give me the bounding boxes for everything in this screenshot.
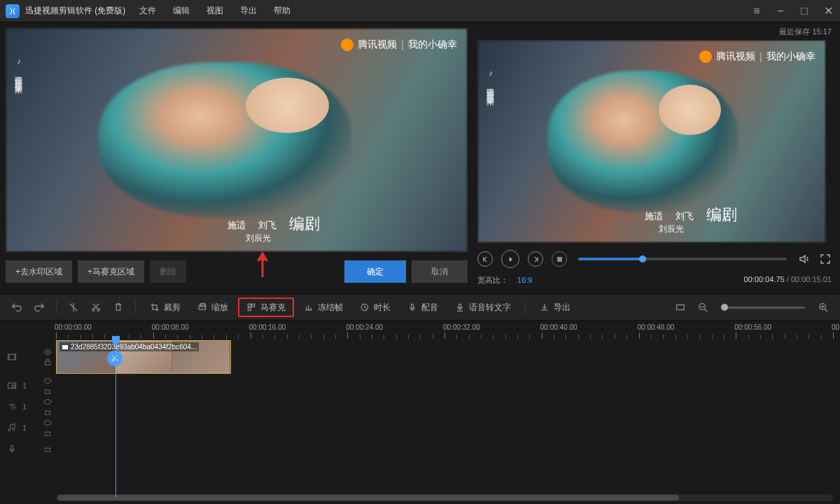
zoom-out-button[interactable] [693,298,713,317]
eye-icon[interactable] [43,398,52,406]
eye-icon[interactable] [43,419,52,427]
next-frame-button[interactable] [528,251,543,267]
video-track: 23d2885f3203e93ab04ba0434f2bc604... [0,339,840,375]
time-ruler[interactable]: 00:00:00.0000:00:08.0000:00:16.0000:00:2… [0,321,840,339]
aspect-value[interactable]: 16:9 [517,276,532,284]
progress-slider[interactable] [578,258,787,260]
video-clip[interactable]: 23d2885f3203e93ab04ba0434f2bc604... [56,340,231,374]
confirm-button[interactable]: 确定 [344,260,406,283]
lock-icon[interactable] [43,407,52,416]
credit-sub: 刘辰光 [246,232,271,244]
eye-icon[interactable] [43,377,52,385]
video-credits: 施适 刘飞 编剧 [227,216,320,232]
svg-rect-16 [62,345,68,349]
export-button[interactable]: 导出 [533,298,578,317]
svg-rect-6 [248,308,251,311]
cancel-button[interactable]: 取消 [412,260,468,283]
ruler-label: 00:00:00.00 [55,323,92,331]
playhead[interactable] [115,336,116,497]
mic-track-icon [7,444,17,454]
pip-track: 1 [0,375,840,396]
menu-export[interactable]: 导出 [240,5,257,17]
svg-point-14 [47,351,49,354]
speech-to-text-button[interactable]: 语音转文字 [448,298,518,317]
zoom-in-button[interactable] [813,298,833,317]
mosaic-preview[interactable]: 腾讯视频 | 我的小确幸 ♪ 确正而幸福的未来 ♪ 施适 刘飞 编剧 刘辰光 [6,28,468,252]
fit-timeline-button[interactable] [671,298,690,317]
split-button[interactable] [64,298,83,317]
volume-icon[interactable] [798,253,811,265]
last-save-label: 最近保存 15:17 [477,27,832,37]
audio-track-icon [7,423,17,433]
zoom-button[interactable]: 缩放 [190,298,235,317]
prev-frame-button[interactable] [477,251,493,267]
scissors-icon [107,351,122,366]
svg-rect-25 [46,448,50,451]
window-controls: ≡ − □ ✕ [750,5,834,18]
svg-rect-20 [12,385,15,387]
fullscreen-icon[interactable] [819,253,832,265]
eye-icon[interactable] [43,348,52,356]
lock-icon[interactable] [43,444,52,453]
lock-icon[interactable] [43,428,52,437]
menu-more-icon[interactable]: ≡ [750,5,763,18]
add-watermark-area-button[interactable]: +去水印区域 [6,260,72,283]
undo-button[interactable] [7,298,27,317]
svg-point-1 [97,309,100,312]
lock-icon[interactable] [43,358,52,366]
text-track: 1 [0,396,840,417]
cut-button[interactable] [86,298,106,317]
ruler-label: 00:00:32.00 [443,323,480,331]
add-mosaic-area-button[interactable]: +马赛克区域 [78,260,144,283]
play-button[interactable] [501,250,519,268]
ruler-label: 00:01 [832,323,840,331]
svg-rect-22 [46,411,50,414]
ruler-label: 00:00:48.00 [638,323,675,331]
title-bar: 迅捷视频剪辑软件 (免费版) 文件 编辑 视图 导出 帮助 ≡ − □ ✕ [0,0,840,22]
lock-icon[interactable] [43,386,52,395]
ruler-label: 00:00:16.00 [249,323,286,331]
svg-rect-2 [199,305,205,309]
svg-rect-10 [677,304,685,309]
clip-label: 23d2885f3203e93ab04ba0434f2bc604... [59,342,199,351]
mic-track [0,438,840,459]
player-preview[interactable]: 腾讯视频 | 我的小确幸 ♪ 确正而幸福的未来 ♪ 施适 刘飞 编剧 刘辰光 [477,40,826,243]
aspect-label: 宽高比： [477,276,508,284]
horizontal-scrollbar[interactable] [56,494,833,501]
close-icon[interactable]: ✕ [822,5,834,18]
app-title: 迅捷视频剪辑软件 (免费版) [25,5,125,17]
duration-button[interactable]: 时长 [353,298,398,317]
zoom-slider[interactable] [721,307,805,309]
menu-file[interactable]: 文件 [139,5,156,17]
minimize-icon[interactable]: − [774,5,787,18]
audio-track: 1 [0,417,840,438]
time-display: 00:00:04.75 / 00:00:15.01 [744,275,832,286]
menu-view[interactable]: 视图 [206,5,223,17]
svg-rect-21 [46,390,50,393]
svg-rect-8 [411,304,413,308]
video-watermark: 腾讯视频 | 我的小确幸 [699,50,816,63]
freeze-button[interactable]: 冻结帧 [297,298,350,317]
ruler-label: 00:00:24.00 [346,323,383,331]
tencent-logo-icon [699,50,712,63]
svg-rect-23 [46,432,50,435]
app-logo-icon [6,4,20,18]
delete-area-button[interactable]: 删除 [150,260,186,283]
delete-button[interactable] [108,298,128,317]
maximize-icon[interactable]: □ [798,5,811,18]
dub-button[interactable]: 配音 [400,298,445,317]
lyric-text: ♪ 确正而幸福的未来 ♪ [13,57,24,94]
menu-help[interactable]: 帮助 [274,5,290,17]
redo-button[interactable] [29,298,49,317]
mosaic-button[interactable]: 马赛克 [238,298,294,317]
crop-button[interactable]: 裁剪 [143,298,188,317]
main-menu: 文件 编辑 视图 导出 帮助 [139,5,290,17]
watermark-brand: 腾讯视频 [358,38,397,51]
stop-button[interactable] [552,251,567,267]
menu-edit[interactable]: 编辑 [173,5,190,17]
video-track-icon [7,352,17,362]
timeline-toolbar: 裁剪 缩放 马赛克 冻结帧 时长 配音 语音转文字 导出 [0,294,840,321]
video-watermark: 腾讯视频 | 我的小确幸 [341,38,457,51]
ruler-label: 00:00:08.00 [152,323,189,331]
pip-track-icon [7,381,17,391]
